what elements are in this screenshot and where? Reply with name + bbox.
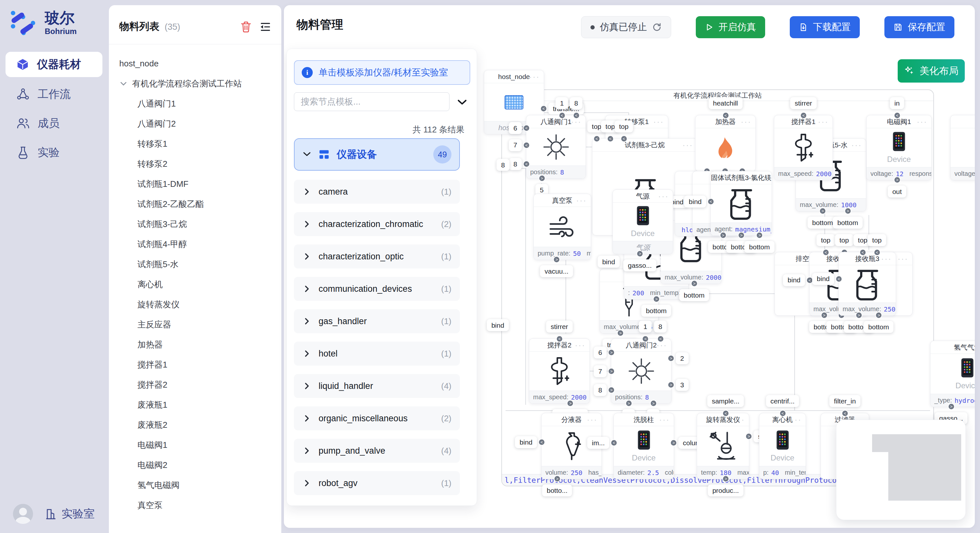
node-menu-icon[interactable]: ··· (757, 171, 768, 184)
material-item[interactable]: 有机化学流程综合测试工作站 (119, 73, 281, 94)
flow-canvas[interactable]: 有机化学流程综合测试工作站 l,FilterProtocol,CleanVess… (284, 5, 975, 528)
material-item[interactable]: 真空泵 (119, 495, 281, 515)
port-dot[interactable]: < (523, 125, 530, 132)
canvas-node-solenoid2[interactable]: ··· voltage:12 (950, 115, 975, 180)
canvas-node-h2-gas-source[interactable]: 氢气气源 ··· Device _type:hydrogenmax_pre >g… (930, 341, 975, 407)
simulation-status-badge[interactable]: 仿真已停止 (581, 16, 671, 38)
port-8[interactable]: 8 (509, 158, 522, 170)
template-item-liquid_handler[interactable]: liquid_handler (4) (294, 374, 460, 398)
port-8[interactable]: 8 (594, 384, 607, 396)
port-bottom[interactable]: bottom (679, 289, 709, 301)
node-menu-icon[interactable]: ··· (682, 139, 693, 152)
start-simulation-button[interactable]: 开启仿真 (696, 16, 765, 38)
canvas-node-heater[interactable]: 加热器 ··· <heatchill>top>top>top (695, 115, 756, 171)
port-dot[interactable]: > (539, 175, 546, 182)
node-menu-icon[interactable]: ··· (658, 190, 669, 203)
port-bottom[interactable]: bottom (864, 321, 894, 333)
port-dot[interactable]: < (657, 335, 664, 342)
node-menu-icon[interactable]: ··· (529, 70, 540, 83)
node-menu-icon[interactable]: ··· (576, 194, 587, 207)
port-dot[interactable]: < (523, 142, 530, 149)
canvas-node-solenoid1[interactable]: 电磁阀1 ··· Device voltage:12response_time:… (866, 115, 932, 180)
material-item[interactable]: 氢气电磁阀 (119, 475, 281, 495)
user-avatar[interactable] (13, 504, 33, 524)
canvas-node-vacuum-pump[interactable]: 真空泵 ··· pump_rate:50max_vacuum:0.1 >vacu… (533, 194, 591, 260)
port-dot[interactable]: < (559, 112, 565, 119)
node-menu-icon[interactable]: ··· (818, 115, 829, 128)
material-item[interactable]: 八通阀门1 (119, 94, 281, 114)
port-dot[interactable]: < (722, 112, 729, 119)
port-2[interactable]: 2 (676, 352, 689, 364)
port-dot[interactable]: > (738, 232, 745, 239)
minimap[interactable] (836, 420, 966, 520)
chevron-down-icon[interactable] (119, 79, 128, 88)
canvas-node-elution-column[interactable]: 洗脱柱 ··· Device diameter:2.5column_type:s… (614, 413, 674, 479)
node-menu-icon[interactable]: ··· (587, 413, 598, 426)
port-bottom[interactable]: bottom (641, 305, 671, 317)
canvas-node-gas-source[interactable]: 气源 ··· Device 气源 >gasso... (612, 189, 673, 254)
refresh-icon[interactable] (652, 22, 662, 32)
template-item-hotel[interactable]: hotel (1) (294, 342, 460, 366)
port-6[interactable]: 6 (594, 346, 607, 359)
port-3[interactable]: 3 (676, 379, 689, 391)
canvas-node-centrifuge[interactable]: 离心机 ··· Device p:40min_temp:4max_spe <ce… (759, 413, 806, 479)
sidebar-item-experiments[interactable]: 实验 (0, 138, 108, 167)
port-botto...[interactable]: botto... (542, 484, 572, 497)
material-item[interactable]: 试剂瓶4-甲醇 (119, 234, 281, 254)
port-sample...[interactable]: sample... (707, 395, 744, 407)
trash-icon[interactable] (240, 21, 252, 33)
port-dot[interactable]: < (835, 276, 842, 282)
port-8[interactable]: 8 (654, 320, 667, 333)
material-item[interactable]: 转移泵2 (119, 154, 281, 174)
port-dot[interactable]: > (948, 403, 955, 410)
collapse-panel-icon[interactable] (259, 21, 272, 33)
template-search-input[interactable] (294, 92, 450, 111)
port-dot[interactable]: > (608, 349, 615, 356)
port-dot[interactable]: > (691, 280, 698, 287)
port-in[interactable]: in (890, 97, 904, 109)
port-vacuu...[interactable]: vacuu... (540, 265, 573, 277)
canvas-node-valve8-1[interactable]: 八通阀门1 ··· positions:8 <1<8<6<7<8>5 (526, 115, 586, 179)
material-item[interactable]: 主反应器 (119, 314, 281, 335)
port-1[interactable]: 1 (639, 320, 652, 333)
port-dot[interactable]: < (822, 249, 829, 256)
port-dot[interactable]: > (720, 232, 727, 239)
node-menu-icon[interactable]: ··· (917, 115, 928, 128)
port-dot[interactable]: > (856, 312, 862, 319)
material-item[interactable]: 电磁阀1 (119, 435, 281, 455)
port-dot[interactable]: > (894, 176, 900, 183)
material-item[interactable]: 离心机 (119, 274, 281, 294)
template-item-communication_devices[interactable]: communication_devices (1) (294, 277, 460, 301)
port-top[interactable]: top (816, 234, 835, 246)
port-gasso...[interactable]: gasso... (623, 259, 656, 271)
node-menu-icon[interactable]: ··· (741, 115, 751, 128)
download-config-button[interactable]: 下载配置 (790, 16, 860, 38)
material-item[interactable]: host_node (119, 54, 281, 73)
template-item-characterization_optic[interactable]: characterization_optic (1) (294, 244, 460, 268)
port-dot[interactable]: > (608, 387, 615, 393)
port-dot[interactable]: < (859, 249, 866, 256)
port-dot[interactable]: > (745, 433, 752, 440)
canvas-node-stirrer1[interactable]: 搅拌器1 ··· max_speed:2000 <stirrer (774, 115, 833, 180)
canvas-node-stirrer2[interactable]: 搅拌器2 ··· max_speed:2000 <stirrer>separa.… (529, 338, 590, 404)
port-dot[interactable]: > (722, 475, 729, 482)
material-item[interactable]: 试剂瓶5-水 (119, 254, 281, 274)
node-menu-icon[interactable]: ··· (898, 252, 908, 265)
port-stirrer[interactable]: stirrer (790, 97, 817, 109)
node-menu-icon[interactable]: ··· (734, 413, 745, 426)
port-bind[interactable]: bind (515, 436, 537, 448)
port-dot[interactable]: > (668, 381, 675, 388)
port-dot[interactable]: < (620, 135, 627, 142)
port-dot[interactable]: > (617, 330, 624, 336)
sidebar-item-workflow[interactable]: 工作流 (0, 80, 108, 109)
port-out[interactable]: out (888, 186, 906, 198)
material-item[interactable]: 搅拌器2 (119, 374, 281, 395)
port-dot[interactable]: > (819, 208, 826, 214)
port-1[interactable]: 1 (555, 97, 568, 109)
sidebar-item-members[interactable]: 成员 (0, 109, 108, 138)
port-dot[interactable]: < (523, 160, 530, 167)
port-bind[interactable]: bind (684, 195, 706, 208)
port-dot[interactable]: > (554, 475, 561, 482)
material-item[interactable]: 试剂瓶1-DMF (119, 174, 281, 194)
port-8[interactable]: 8 (496, 159, 509, 171)
